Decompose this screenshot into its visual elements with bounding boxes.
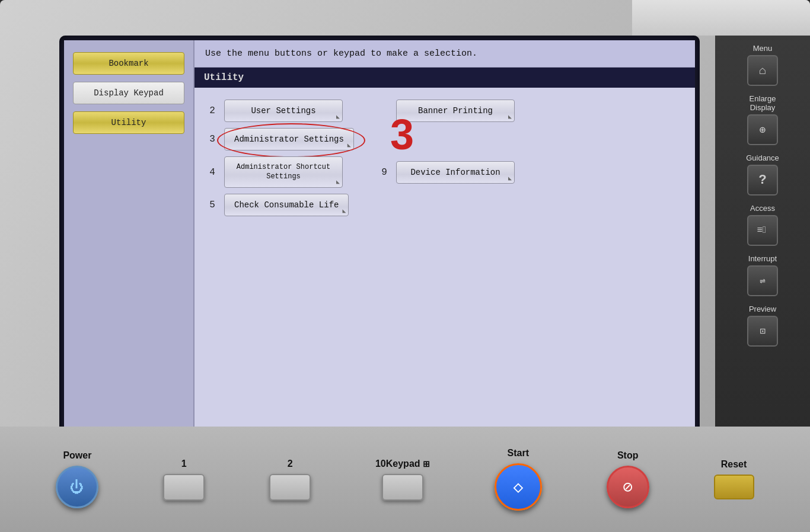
- menu-number-9: 9: [378, 167, 390, 178]
- preview-label: Preview: [749, 305, 776, 313]
- section-header: Utility: [194, 68, 695, 88]
- keypad-label: 10Keypad ⊞: [375, 459, 430, 469]
- menu-row-2: 3 Administrator Settings 3: [206, 128, 683, 150]
- reset-button[interactable]: [714, 475, 754, 499]
- paper-tray: [632, 0, 810, 36]
- administrator-settings-button[interactable]: Administrator Settings: [224, 128, 354, 150]
- screen-inner: Bookmark Display Keypad Utility Use the …: [64, 40, 695, 457]
- admin-btn-wrapper: Administrator Settings: [224, 128, 354, 150]
- check-consumable-life-button[interactable]: Check Consumable Life: [224, 194, 349, 216]
- reset-label: Reset: [721, 459, 747, 470]
- menu-panel-btn[interactable]: ⌂: [747, 55, 778, 86]
- power-label: Power: [63, 450, 91, 461]
- instruction-bar: Use the menu buttons or keypad to make a…: [194, 40, 695, 68]
- printer-body: Menu ⌂ Enlarge Display ⊕ Guidance ? Acce…: [0, 0, 810, 532]
- interrupt-panel-item: Interrupt ⇌: [747, 252, 778, 299]
- button-2[interactable]: [269, 474, 311, 501]
- menu-row-3: 4 Administrator ShortcutSettings 9 Devic…: [206, 156, 683, 188]
- main-content: Use the menu buttons or keypad to make a…: [194, 40, 695, 457]
- bookmark-button[interactable]: Bookmark: [73, 52, 184, 75]
- bottom-panel: Power ⏻ 1 2 10Keypad ⊞ Start ◇: [0, 427, 810, 532]
- menu-number-5: 5: [206, 200, 218, 210]
- reset-item: Reset: [714, 459, 754, 499]
- btn2-item: 2: [269, 459, 311, 501]
- utility-button[interactable]: Utility: [73, 111, 184, 134]
- btn1-item: 1: [163, 459, 205, 501]
- start-label: Start: [508, 448, 529, 459]
- menu-number-3: 3: [206, 134, 218, 145]
- menu-area: 2 User Settings Banner Printing 3: [194, 88, 695, 430]
- btn2-label: 2: [288, 459, 293, 469]
- menu-left-1: 2 User Settings: [206, 100, 343, 122]
- power-icon: ⏻: [70, 479, 84, 496]
- right-panel: Menu ⌂ Enlarge Display ⊕ Guidance ? Acce…: [715, 36, 810, 462]
- power-item: Power ⏻: [56, 450, 98, 508]
- stop-icon: ⊘: [623, 477, 633, 497]
- enlarge-display-panel-item: Enlarge Display ⊕: [747, 92, 778, 148]
- menu-panel-item: Menu ⌂: [747, 41, 778, 88]
- user-settings-button[interactable]: User Settings: [224, 100, 343, 122]
- stop-label: Stop: [617, 450, 639, 461]
- interrupt-label: Interrupt: [748, 254, 777, 263]
- menu-right-1: Banner Printing: [378, 100, 515, 122]
- preview-btn[interactable]: ⊡: [747, 316, 778, 347]
- btn1-label: 1: [181, 459, 187, 469]
- stop-item: Stop ⊘: [607, 450, 649, 508]
- instruction-text: Use the menu buttons or keypad to make a…: [205, 49, 477, 59]
- interrupt-btn[interactable]: ⇌: [747, 265, 778, 296]
- menu-number-4: 4: [206, 167, 218, 178]
- menu-row-4: 5 Check Consumable Life: [206, 194, 683, 216]
- enlarge-display-label: Enlarge Display: [750, 94, 776, 112]
- access-btn[interactable]: ≡⃣: [747, 215, 778, 246]
- guidance-panel-item: Guidance ?: [746, 151, 779, 198]
- section-title: Utility: [204, 72, 244, 83]
- menu-right-3: 9 Device Information: [378, 161, 515, 184]
- display-keypad-button[interactable]: Display Keypad: [73, 82, 184, 104]
- device-information-button[interactable]: Device Information: [396, 161, 515, 184]
- menu-left-3: 4 Administrator ShortcutSettings: [206, 156, 343, 188]
- stop-button[interactable]: ⊘: [607, 466, 649, 508]
- preview-panel-item: Preview ⊡: [747, 302, 778, 349]
- access-label: Access: [750, 204, 775, 213]
- start-item: Start ◇: [495, 448, 542, 511]
- sidebar: Bookmark Display Keypad Utility: [64, 40, 194, 457]
- keypad-button[interactable]: [382, 474, 423, 501]
- power-button[interactable]: ⏻: [56, 466, 98, 508]
- keypad-item: 10Keypad ⊞: [375, 459, 430, 501]
- start-button[interactable]: ◇: [495, 463, 542, 511]
- menu-row-1: 2 User Settings Banner Printing: [206, 100, 683, 122]
- menu-number-2: 2: [206, 105, 218, 116]
- button-1[interactable]: [163, 474, 205, 501]
- menu-panel-label: Menu: [753, 44, 773, 53]
- access-panel-item: Access ≡⃣: [747, 201, 778, 248]
- screen-container: Bookmark Display Keypad Utility Use the …: [59, 36, 700, 462]
- banner-printing-button[interactable]: Banner Printing: [396, 100, 515, 122]
- guidance-btn[interactable]: ?: [747, 165, 778, 196]
- guidance-label: Guidance: [746, 153, 779, 162]
- start-icon: ◇: [513, 477, 523, 497]
- enlarge-display-btn[interactable]: ⊕: [747, 114, 778, 145]
- administrator-shortcut-settings-button[interactable]: Administrator ShortcutSettings: [224, 156, 343, 188]
